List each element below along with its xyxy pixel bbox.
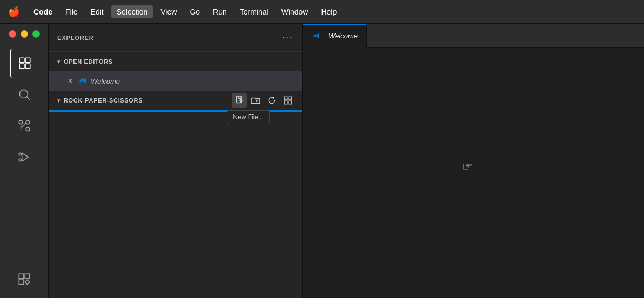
collapse-icon xyxy=(283,96,293,105)
run-icon xyxy=(17,150,31,164)
svg-rect-21 xyxy=(284,97,287,100)
menu-file[interactable]: File xyxy=(60,5,83,18)
tab-vscode-icon xyxy=(311,31,321,41)
welcome-filename: Welcome xyxy=(91,77,120,85)
menu-edit[interactable]: Edit xyxy=(85,5,109,18)
activity-item-search[interactable] xyxy=(10,80,39,109)
svg-marker-10 xyxy=(22,153,28,161)
extensions-icon xyxy=(17,272,31,286)
close-welcome-button[interactable]: ✕ xyxy=(66,77,75,85)
explorer-icon xyxy=(18,56,32,70)
sidebar-header: EXPLORER ··· xyxy=(49,24,302,52)
svg-point-6 xyxy=(19,120,23,124)
open-editors-header[interactable]: ▾ OPEN EDITORS xyxy=(49,52,302,71)
refresh-button[interactable] xyxy=(264,93,279,108)
activity-item-source-control[interactable] xyxy=(10,111,39,140)
rps-title: ROCK-PAPER-SCISSORS xyxy=(64,97,143,104)
traffic-light-close[interactable] xyxy=(9,30,16,38)
svg-rect-1 xyxy=(25,58,30,63)
vscode-logo-icon xyxy=(78,76,88,86)
tab-welcome-label: Welcome xyxy=(328,32,358,40)
source-control-icon xyxy=(17,119,31,133)
editor-body[interactable] xyxy=(303,48,644,298)
open-editor-welcome[interactable]: ✕ Welcome xyxy=(49,71,302,91)
tab-bar: Welcome xyxy=(303,24,644,48)
menu-view[interactable]: View xyxy=(155,5,182,18)
menu-go[interactable]: Go xyxy=(184,5,205,18)
menu-code[interactable]: Code xyxy=(28,5,58,18)
svg-point-7 xyxy=(26,127,30,131)
explorer-title: EXPLORER xyxy=(57,35,94,41)
editor-area: Welcome xyxy=(303,24,644,298)
menubar: 🍎 Code File Edit Selection View Go Run T… xyxy=(0,0,644,24)
svg-point-8 xyxy=(26,120,30,124)
svg-point-4 xyxy=(19,90,28,98)
svg-rect-22 xyxy=(289,97,292,100)
svg-point-11 xyxy=(19,153,21,155)
new-folder-button[interactable] xyxy=(248,93,263,108)
explorer-content xyxy=(49,110,302,112)
open-editors-title: OPEN EDITORS xyxy=(64,58,113,65)
refresh-icon xyxy=(267,96,277,105)
menu-help[interactable]: Help xyxy=(316,5,342,18)
rps-section-header: ▾ ROCK-PAPER-SCISSORS xyxy=(49,91,302,110)
app-body: EXPLORER ··· ▾ OPEN EDITORS ✕ Welcome xyxy=(0,24,644,298)
tab-welcome[interactable]: Welcome xyxy=(303,24,367,48)
svg-point-12 xyxy=(19,159,21,161)
svg-line-5 xyxy=(26,97,30,100)
activity-item-extensions[interactable] xyxy=(10,265,39,294)
new-file-button[interactable] xyxy=(232,93,247,108)
svg-rect-15 xyxy=(19,280,24,285)
activity-item-explorer[interactable] xyxy=(10,49,39,78)
svg-rect-0 xyxy=(19,58,24,63)
svg-rect-23 xyxy=(284,101,287,104)
collapse-button[interactable] xyxy=(280,93,296,108)
new-file-icon xyxy=(234,96,244,105)
rps-action-buttons xyxy=(232,93,296,108)
menu-terminal[interactable]: Terminal xyxy=(234,5,274,18)
rps-chevron: ▾ xyxy=(57,97,61,104)
svg-rect-3 xyxy=(25,64,30,69)
new-folder-icon xyxy=(251,96,260,105)
svg-rect-24 xyxy=(289,101,292,104)
menu-window[interactable]: Window xyxy=(276,5,314,18)
open-editors-section: ▾ OPEN EDITORS ✕ Welcome xyxy=(49,52,302,91)
traffic-light-minimize[interactable] xyxy=(21,30,28,38)
open-editors-chevron: ▾ xyxy=(57,58,61,65)
traffic-light-maximize[interactable] xyxy=(32,30,40,38)
svg-rect-14 xyxy=(25,274,30,279)
activity-item-run[interactable] xyxy=(10,143,39,172)
svg-rect-2 xyxy=(19,64,24,69)
sidebar: EXPLORER ··· ▾ OPEN EDITORS ✕ Welcome xyxy=(49,24,303,298)
svg-rect-13 xyxy=(19,274,24,279)
rps-section: ▾ ROCK-PAPER-SCISSORS xyxy=(49,91,302,298)
menu-run[interactable]: Run xyxy=(207,5,232,18)
menu-selection[interactable]: Selection xyxy=(111,5,153,18)
activity-bar xyxy=(0,24,49,298)
apple-menu[interactable]: 🍎 xyxy=(6,4,22,19)
sidebar-more-button[interactable]: ··· xyxy=(282,32,293,43)
search-icon xyxy=(17,87,31,101)
